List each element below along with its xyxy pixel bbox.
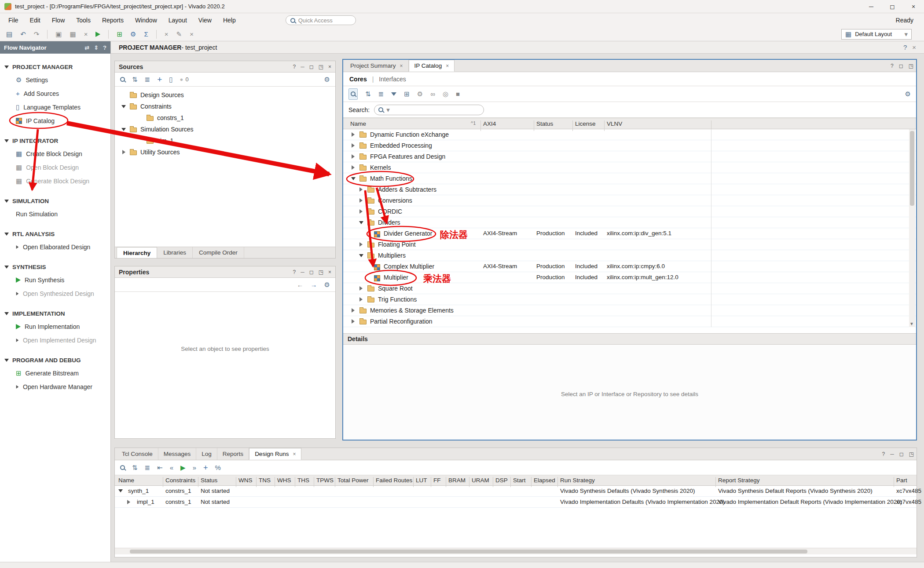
chevron-down-icon[interactable] xyxy=(359,221,363,224)
chevron-down-icon[interactable] xyxy=(121,105,126,108)
scroll-down-icon[interactable] xyxy=(909,322,914,326)
minimize-icon[interactable] xyxy=(301,269,304,275)
run-row-impl-1[interactable]: impl_1 constrs_1 Not started Vivado Impl… xyxy=(115,497,917,508)
chevron-right-icon[interactable] xyxy=(359,209,363,214)
search-icon[interactable] xyxy=(120,77,125,82)
help-icon[interactable] xyxy=(882,451,885,457)
menu-file[interactable]: File xyxy=(3,13,24,27)
ip-row-trig-functions[interactable]: Trig Functions xyxy=(343,294,916,305)
col-ths[interactable]: THS xyxy=(297,477,309,484)
chevron-right-icon[interactable] xyxy=(359,242,363,247)
chevron-right-icon[interactable] xyxy=(359,297,363,302)
col-bram[interactable]: BRAM xyxy=(448,477,466,484)
tree-item-design-sources[interactable]: Design Sources xyxy=(115,89,335,101)
col-axi4[interactable]: AXI4 xyxy=(483,120,496,127)
cancel-icon[interactable] xyxy=(165,31,169,37)
sidebar-item-create-block-design[interactable]: Create Block Design xyxy=(0,147,110,160)
help-icon[interactable] xyxy=(891,63,894,69)
chevron-right-icon[interactable] xyxy=(359,286,363,291)
sidebar-item-open-implemented-design[interactable]: Open Implemented Design xyxy=(0,333,110,347)
forward-icon[interactable] xyxy=(311,281,317,288)
section-header-ip-integrator[interactable]: IP INTEGRATOR xyxy=(0,135,110,147)
col-license[interactable]: License xyxy=(575,120,596,127)
sidebar-item-settings[interactable]: Settings xyxy=(0,73,110,87)
minimize-icon[interactable] xyxy=(301,64,304,69)
menu-flow[interactable]: Flow xyxy=(46,13,71,27)
close-icon[interactable] xyxy=(328,269,331,275)
edit-icon[interactable] xyxy=(176,31,182,37)
sidebar-item-open-hardware-manager[interactable]: Open Hardware Manager xyxy=(0,380,110,393)
gear-icon[interactable] xyxy=(324,281,330,288)
ip-row-dynamic-function-exchange[interactable]: Dynamic Function eXchange xyxy=(343,129,916,140)
tree-item-constrs-1[interactable]: constrs_1 xyxy=(115,112,335,124)
close-icon[interactable] xyxy=(400,63,403,69)
col-dsp[interactable]: DSP xyxy=(495,477,508,484)
back-icon[interactable] xyxy=(297,281,304,288)
chevron-right-icon[interactable] xyxy=(352,308,355,313)
collapse-all-icon[interactable] xyxy=(365,91,371,97)
undo-icon[interactable] xyxy=(20,31,26,37)
ip-row-conversions[interactable]: Conversions xyxy=(343,195,916,206)
maximize-icon[interactable] xyxy=(899,63,903,69)
sidebar-item-generate-bitstream[interactable]: Generate Bitstream xyxy=(0,366,110,380)
chevron-down-icon[interactable] xyxy=(121,128,126,131)
col-status[interactable]: Status xyxy=(201,477,217,484)
col-name[interactable]: Name xyxy=(350,120,366,127)
tree-item-sim-1[interactable]: sim_1 xyxy=(115,135,335,146)
go-to-start-icon[interactable] xyxy=(157,464,163,471)
float-icon[interactable] xyxy=(909,63,913,69)
swap-icon[interactable] xyxy=(84,45,89,51)
close-icon[interactable] xyxy=(293,451,296,457)
col-wns[interactable]: WNS xyxy=(238,477,253,484)
chevron-right-icon[interactable] xyxy=(359,198,363,203)
bitstream-icon[interactable] xyxy=(117,31,122,37)
resize-icon[interactable] xyxy=(94,45,99,51)
col-constraints[interactable]: Constraints xyxy=(165,477,195,484)
run-icon[interactable] xyxy=(180,464,186,471)
ip-row-multipliers[interactable]: Multipliers xyxy=(343,250,916,261)
section-header-implementation[interactable]: IMPLEMENTATION xyxy=(0,307,110,320)
ip-search-input[interactable] xyxy=(374,105,484,115)
sidebar-item-generate-block-design[interactable]: Generate Block Design xyxy=(0,174,110,188)
tab-project-summary[interactable]: Project Summary xyxy=(345,60,409,72)
redo-icon[interactable] xyxy=(34,31,40,37)
sidebar-item-run-simulation[interactable]: Run Simulation xyxy=(0,207,110,221)
expand-all-icon[interactable] xyxy=(378,91,384,97)
paste-icon[interactable] xyxy=(70,31,76,37)
percent-icon[interactable] xyxy=(215,464,220,471)
tab-compile-order[interactable]: Compile Order xyxy=(193,247,244,258)
wrench-icon[interactable] xyxy=(417,91,423,97)
expand-all-icon[interactable] xyxy=(145,76,150,83)
target-icon[interactable] xyxy=(443,91,448,97)
chevron-right-icon[interactable] xyxy=(16,245,19,249)
help-icon[interactable] xyxy=(103,45,106,51)
stop-icon[interactable] xyxy=(456,91,460,97)
copy-icon[interactable] xyxy=(55,31,62,37)
sidebar-item-ip-catalog[interactable]: IP Catalog xyxy=(0,114,110,127)
menu-window[interactable]: Window xyxy=(129,13,163,27)
tab-ip-catalog[interactable]: IP Catalog xyxy=(409,60,455,72)
scrollbar-thumb[interactable] xyxy=(130,550,807,553)
add-sources-icon[interactable] xyxy=(157,75,162,84)
tab-messages[interactable]: Messages xyxy=(158,448,197,460)
step-back-icon[interactable] xyxy=(170,464,173,471)
col-vlnv[interactable]: VLNV xyxy=(607,120,622,127)
col-failed-routes[interactable]: Failed Routes xyxy=(376,477,412,484)
tree-item-constraints[interactable]: Constraints xyxy=(115,101,335,112)
float-icon[interactable] xyxy=(909,451,914,457)
tab-libraries[interactable]: Libraries xyxy=(157,247,193,258)
sidebar-item-add-sources[interactable]: Add Sources xyxy=(0,87,110,100)
col-total-power[interactable]: Total Power xyxy=(337,477,369,484)
help-icon[interactable] xyxy=(903,44,907,51)
tab-reports[interactable]: Reports xyxy=(217,448,249,460)
sidebar-item-open-elaborated-design[interactable]: Open Elaborated Design xyxy=(0,240,110,254)
close-icon[interactable] xyxy=(446,63,449,69)
help-icon[interactable] xyxy=(293,64,296,69)
chevron-right-icon[interactable] xyxy=(352,154,355,159)
ip-row-memories-storage[interactable]: Memories & Storage Elements xyxy=(343,305,916,316)
chevron-right-icon[interactable] xyxy=(16,292,19,295)
col-tns[interactable]: TNS xyxy=(259,477,271,484)
ip-row-divider-generator[interactable]: Divider Generator AXI4-StreamProductionI… xyxy=(343,228,916,239)
col-report-strategy[interactable]: Report Strategy xyxy=(718,477,760,484)
report-sum-icon[interactable] xyxy=(144,31,148,37)
